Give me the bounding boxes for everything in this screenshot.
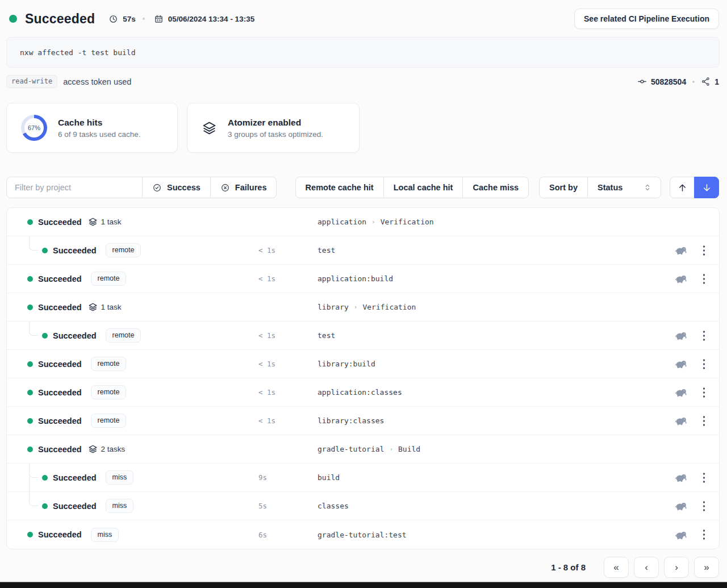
task-row[interactable]: Succeededmiss6sgradle-tutorial:test (7, 520, 719, 549)
task-row[interactable]: Succeededmiss5sclasses (7, 492, 719, 520)
gradle-elephant-icon[interactable] (675, 529, 688, 540)
kebab-menu-icon[interactable] (703, 359, 705, 369)
atomizer-card[interactable]: Atomizer enabled 3 groups of tasks optim… (187, 103, 360, 153)
sort-descending-button[interactable] (694, 177, 719, 198)
row-duration: < 1s (258, 246, 317, 255)
pagination-next-button[interactable]: › (664, 557, 689, 578)
success-filter-button[interactable]: Success (142, 177, 211, 198)
task-row[interactable]: Succeededremote< 1slibrary:build (7, 350, 719, 378)
kebab-menu-icon[interactable] (703, 274, 705, 284)
commit-icon (637, 77, 647, 86)
gradle-elephant-icon[interactable] (675, 472, 688, 483)
gradle-elephant-icon[interactable] (675, 501, 688, 511)
row-actions (675, 529, 719, 540)
row-status-cell: Succeededmiss (42, 499, 258, 513)
cache-status-badge: miss (91, 528, 119, 542)
screen-bottom-edge (0, 582, 727, 588)
sort-status-select[interactable]: Status (587, 177, 661, 198)
kebab-menu-icon[interactable] (703, 501, 705, 511)
row-duration: < 1s (258, 360, 317, 368)
task-group-row[interactable]: Succeeded1 tasklibrary›Verification (7, 293, 719, 322)
target-name: Build (398, 445, 420, 453)
tree-connector (29, 322, 38, 336)
kebab-menu-icon[interactable] (703, 245, 705, 256)
cache-status-badge: remote (91, 272, 127, 286)
row-status-cell: Succeededmiss (42, 470, 258, 485)
clock-icon (108, 14, 118, 24)
task-group-row[interactable]: Succeeded1 taskapplication›Verification (7, 208, 719, 236)
cache-miss-button[interactable]: Cache miss (462, 177, 529, 198)
related-ci-pipeline-button[interactable]: See related CI Pipeline Execution (574, 9, 719, 29)
kebab-menu-icon[interactable] (703, 331, 705, 341)
filter-by-project-input[interactable] (6, 177, 143, 198)
row-status-cell: Succeeded1 task (27, 302, 258, 312)
target-name: Verification (381, 218, 434, 226)
cache-hits-donut: 67% (21, 115, 47, 141)
row-target: application›Verification (317, 218, 719, 226)
status-dot (42, 333, 48, 339)
row-actions (675, 472, 719, 483)
status-dot (27, 447, 33, 452)
gradle-elephant-icon[interactable] (675, 387, 688, 398)
local-cache-hit-button[interactable]: Local cache hit (383, 177, 463, 198)
branch-count[interactable]: 1 (715, 77, 719, 86)
task-group-row[interactable]: Succeeded2 tasksgradle-tutorial›Build (7, 435, 719, 464)
filter-toolbar: Success Failures Remote cache hit Local … (6, 177, 719, 198)
tree-connector (29, 236, 38, 251)
chevron-right-icon: › (371, 218, 375, 226)
task-name: application:build (317, 274, 393, 283)
task-row[interactable]: Succeededremote< 1stest (7, 236, 719, 265)
run-command-text: nxw affected -t test build (20, 48, 136, 57)
sort-group: Sort by Status (539, 177, 661, 198)
separator-dot (143, 18, 145, 20)
pagination-range-label: 1 - 8 of 8 (551, 562, 586, 572)
sort-ascending-button[interactable] (670, 177, 695, 198)
sort-selected-value: Status (598, 183, 622, 192)
atomizer-title: Atomizer enabled (228, 118, 323, 128)
cache-hits-card[interactable]: 67% Cache hits 6 of 9 tasks used cache. (6, 103, 178, 153)
status-dot (42, 248, 48, 253)
cache-status-badge: remote (106, 243, 141, 257)
row-target: application:classes (317, 388, 675, 397)
status-dot (27, 418, 33, 424)
arrow-up-icon (677, 182, 688, 193)
project-filter-group: Success Failures (6, 177, 277, 198)
sort-direction-group (670, 177, 719, 198)
kebab-menu-icon[interactable] (703, 473, 705, 483)
failures-filter-button[interactable]: Failures (210, 177, 277, 198)
kebab-menu-icon[interactable] (703, 387, 705, 398)
task-row[interactable]: Succeededremote< 1slibrary:classes (7, 407, 719, 435)
run-status-title: Succeeded (25, 11, 95, 27)
kebab-menu-icon[interactable] (703, 529, 705, 540)
pagination-last-button[interactable]: » (694, 557, 719, 578)
task-name: build (317, 473, 340, 482)
row-status-label: Succeeded (38, 303, 82, 312)
gradle-elephant-icon[interactable] (675, 358, 688, 369)
pagination-first-button[interactable]: « (604, 557, 629, 578)
gradle-elephant-icon[interactable] (675, 415, 688, 426)
task-row[interactable]: Succeededremote< 1sapplication:classes (7, 378, 719, 407)
kebab-menu-icon[interactable] (703, 416, 705, 426)
task-row[interactable]: Succeededmiss9sbuild (7, 464, 719, 492)
task-row[interactable]: Succeededremote< 1sapplication:build (7, 265, 719, 293)
run-duration: 57s (108, 14, 136, 24)
remote-cache-hit-button[interactable]: Remote cache hit (295, 177, 384, 198)
row-target: test (317, 246, 675, 255)
task-row[interactable]: Succeededremote< 1stest (7, 322, 719, 350)
tree-connector (29, 464, 38, 478)
row-duration: < 1s (258, 274, 317, 283)
x-circle-icon (220, 183, 230, 193)
gradle-elephant-icon[interactable] (675, 273, 688, 284)
status-dot (27, 305, 33, 310)
task-count-label: 1 task (101, 303, 122, 311)
access-token-label: access token used (63, 77, 131, 86)
pagination-prev-button[interactable]: ‹ (634, 557, 659, 578)
status-dot (27, 390, 33, 395)
row-target: classes (317, 502, 675, 510)
commit-sha[interactable]: 50828504 (651, 77, 686, 86)
task-name: library:build (317, 360, 375, 368)
task-rows-container: Succeeded1 taskapplication›VerificationS… (7, 208, 719, 549)
gradle-elephant-icon[interactable] (675, 330, 688, 341)
gradle-elephant-icon[interactable] (675, 245, 688, 256)
cache-status-badge: remote (106, 328, 141, 343)
